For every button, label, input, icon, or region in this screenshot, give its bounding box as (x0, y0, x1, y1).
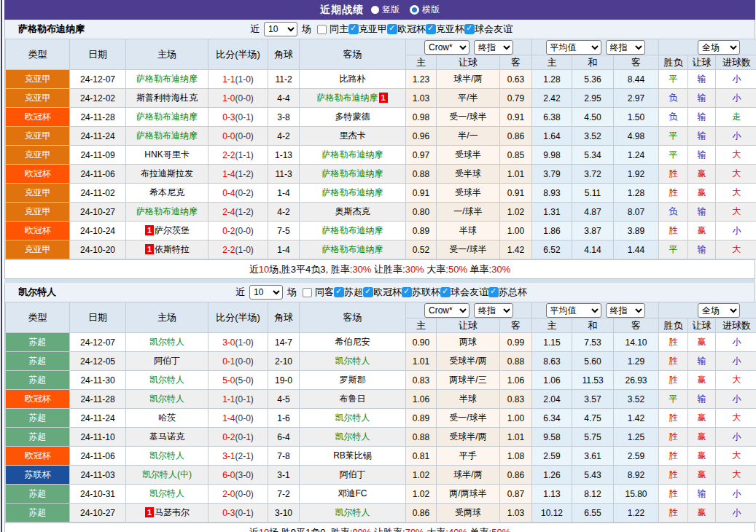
checkbox-unchecked-icon[interactable] (303, 288, 312, 297)
team-name[interactable]: 萨格勒布迪纳摩 (322, 187, 383, 197)
team-name[interactable]: 比路朴 (340, 74, 366, 84)
team-name[interactable]: 萨格勒布迪纳摩 (322, 244, 383, 254)
checkbox-checked-icon[interactable] (440, 287, 451, 297)
bookmaker-select[interactable]: Crow* (424, 303, 469, 318)
team-name[interactable]: 萨格勒布迪纳摩 (136, 130, 198, 141)
avg-home-odds: 1.26 (532, 466, 572, 485)
team-name[interactable]: 邓迪FC (338, 488, 367, 498)
match-date: 24-10-27 (70, 504, 126, 523)
team-name[interactable]: 凯尔特人 (149, 394, 184, 404)
team-name[interactable]: 马瑟韦尔 (155, 507, 190, 517)
team-name[interactable]: 凯尔特人 (149, 375, 184, 385)
bookmaker-select[interactable]: Crow* (424, 40, 469, 55)
filter-bar: 萨格勒布迪纳摩 近 10 场 同主 克亚甲欧冠杯克亚杯球会友谊 (5, 20, 755, 39)
halftime-score: (0-1) (235, 394, 254, 404)
team-name[interactable]: 希本尼克 (149, 187, 184, 197)
radio-selected-icon[interactable] (410, 5, 419, 15)
checkbox-checked-icon[interactable] (387, 24, 397, 34)
col-crow-home: 主 (406, 55, 437, 70)
handicap-result: 输 (688, 390, 716, 409)
full-match-select[interactable]: 全场 (698, 40, 740, 55)
scope-header: 全场 (659, 302, 756, 318)
checkbox-checked-icon[interactable] (488, 287, 499, 297)
checkbox-checked-icon[interactable] (363, 287, 373, 297)
league-filter[interactable]: 克亚甲 (348, 23, 387, 36)
crow-away-odds: 0.87 (500, 485, 532, 504)
league-filter[interactable]: 苏总杯 (488, 286, 527, 299)
checkbox-checked-icon[interactable] (402, 287, 412, 297)
league-filter[interactable]: 克亚杯 (426, 23, 464, 36)
checkbox-unchecked-icon[interactable] (317, 25, 327, 34)
team-name[interactable]: 希伯尼安 (335, 337, 370, 347)
radio-unselected-icon[interactable] (371, 6, 379, 14)
checkbox-checked-icon[interactable] (464, 24, 475, 34)
goals-result: 小 (716, 428, 756, 447)
radio-horizontal-layout[interactable]: 横版 (410, 4, 440, 16)
league-filter[interactable]: 苏超 (334, 286, 363, 299)
team-name[interactable]: 萨格勒布迪纳摩 (322, 225, 383, 235)
team-name[interactable]: 依斯特拉 (155, 244, 190, 254)
league-filter[interactable]: 球会友谊 (464, 23, 513, 36)
full-match-select[interactable]: 全场 (698, 303, 740, 318)
team-name[interactable]: 凯尔特人 (335, 431, 370, 442)
team-name[interactable]: 基马诺克 (149, 431, 184, 442)
final-odds-select[interactable]: 终指 (474, 303, 513, 318)
team-name[interactable]: 布拉迪斯拉发 (141, 168, 193, 179)
avg-home-odds: 1.13 (532, 485, 572, 504)
avg-away-odds: 14.10 (614, 333, 659, 352)
final-odds-select-2[interactable]: 终指 (606, 40, 645, 55)
fulltime-score: 1-1 (222, 74, 235, 85)
team-name[interactable]: 布鲁日 (340, 394, 366, 404)
crow-home-odds: 0.91 (406, 184, 437, 203)
match-row: 克亚甲24-12-02斯普利特海杜克1-0(0-0)4-4萨格勒布迪纳摩11.0… (6, 89, 756, 108)
final-odds-select-2[interactable]: 终指 (606, 303, 645, 318)
team-name[interactable]: 萨格勒布迪纳摩 (136, 206, 198, 216)
avg-home-odds: 6.52 (532, 240, 572, 259)
checkbox-checked-icon[interactable] (426, 24, 436, 34)
team-name[interactable]: 萨格勒布迪纳摩 (136, 74, 198, 84)
league-filter[interactable]: 球会友谊 (440, 286, 488, 299)
final-odds-select[interactable]: 终指 (474, 40, 513, 55)
average-select[interactable]: 平均值 (546, 40, 601, 55)
radio-vertical-layout[interactable]: 竖版 (371, 4, 400, 16)
team-name[interactable]: 凯尔特人 (335, 412, 370, 423)
average-select[interactable]: 平均值 (546, 303, 601, 318)
team-name[interactable]: 萨格勒布迪纳摩 (317, 93, 378, 103)
team-name[interactable]: 凯尔特人 (149, 337, 184, 347)
team-name[interactable]: 里杰卡 (340, 130, 366, 141)
team-name[interactable]: 萨格勒布迪纳摩 (322, 149, 383, 160)
games-count-select[interactable]: 10 (249, 285, 283, 300)
league-filter[interactable]: 欧冠杯 (363, 286, 402, 299)
team-name[interactable]: RB莱比锡 (333, 450, 372, 461)
handicap-result: 输 (688, 146, 716, 165)
team-name[interactable]: 凯尔特人 (149, 488, 184, 498)
summary-stat-label: 大率: (424, 527, 448, 532)
team-name[interactable]: 萨尔茨堡 (155, 225, 190, 235)
handicap-line: 受一/球半 (437, 108, 500, 127)
team-name[interactable]: 阿伯丁 (154, 356, 180, 366)
match-row: 苏超24-11-24哈茨1-4(0-0)1-6凯尔特人0.89受一/球半1.00… (6, 409, 756, 428)
team-name[interactable]: 多特蒙德 (335, 112, 370, 122)
team-name[interactable]: 斯普利特海杜克 (136, 93, 198, 103)
team-name[interactable]: 凯尔特人 (149, 450, 184, 461)
team-name[interactable]: 哈茨 (158, 412, 176, 423)
col-home: 主场 (126, 39, 209, 70)
team-name[interactable]: 凯尔特人 (335, 507, 370, 517)
team-name[interactable]: 凯尔特人(中) (142, 469, 192, 480)
league-filter[interactable]: 苏联杯 (402, 286, 440, 299)
team-name[interactable]: HNK哥里卡 (144, 149, 189, 160)
handicap-line: 半球 (437, 390, 500, 409)
team-name[interactable]: 阿伯丁 (340, 469, 366, 480)
checkbox-checked-icon[interactable] (348, 24, 359, 34)
team-name[interactable]: 罗斯郡 (340, 375, 366, 385)
team-name[interactable]: 奥斯杰克 (335, 206, 370, 216)
match-row: 欧冠杯24-11-06凯尔特人3-1(2-1)7-8RB莱比锡0.81平手1.0… (6, 447, 756, 466)
match-score: 3-1(2-1) (209, 447, 268, 466)
team-name[interactable]: 萨格勒布迪纳摩 (322, 168, 383, 179)
checkbox-checked-icon[interactable] (334, 287, 344, 297)
league-filter[interactable]: 欧冠杯 (387, 23, 426, 36)
games-count-select[interactable]: 10 (264, 22, 297, 36)
team-name[interactable]: 萨格勒布迪纳摩 (136, 112, 198, 122)
team-name[interactable]: 凯尔特人 (335, 356, 370, 366)
corner-score: 7-8 (268, 447, 300, 466)
